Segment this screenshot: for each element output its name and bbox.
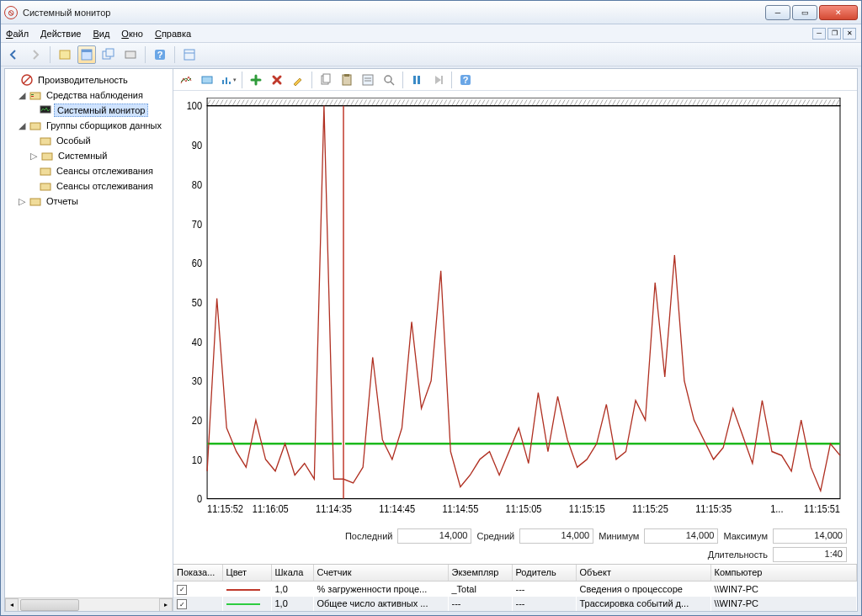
svg-line-163 <box>722 99 726 105</box>
add-counter-button[interactable] <box>247 71 265 89</box>
col-parent[interactable]: Родитель <box>512 565 576 581</box>
expand-icon[interactable]: ▷ <box>17 196 27 207</box>
tree-scrollbar-horizontal[interactable]: ◂ ▸ <box>5 597 173 611</box>
minimize-button[interactable]: ─ <box>765 5 790 20</box>
copy-button[interactable] <box>317 71 335 89</box>
svg-line-126 <box>566 99 569 105</box>
col-show[interactable]: Показа... <box>173 565 222 581</box>
svg-rect-30 <box>363 75 373 85</box>
menu-action[interactable]: Действие <box>40 29 81 39</box>
scroll-right-button[interactable]: ▸ <box>159 598 173 612</box>
tree-collectors[interactable]: ◢ Группы сборщиков данных <box>7 118 171 133</box>
expand-icon[interactable]: ▷ <box>29 151 39 162</box>
back-button[interactable] <box>4 45 23 64</box>
col-computer[interactable]: Компьютер <box>710 565 857 581</box>
svg-line-93 <box>427 99 430 105</box>
svg-line-81 <box>376 99 380 105</box>
mdi-close-button[interactable]: ✕ <box>843 28 856 40</box>
table-row[interactable]: ✓1,0% загруженности проце..._Total---Све… <box>173 581 857 597</box>
col-object[interactable]: Объект <box>576 565 710 581</box>
last-value: 14,000 <box>397 528 471 544</box>
col-counter[interactable]: Счетчик <box>313 565 448 581</box>
tree-trace2[interactable]: Сеансы отслеживания <box>7 178 171 194</box>
close-button[interactable]: ✕ <box>819 5 858 20</box>
tree-root[interactable]: Производительность <box>7 72 171 88</box>
show-checkbox[interactable]: ✓ <box>177 599 187 609</box>
menu-view[interactable]: Вид <box>93 29 109 39</box>
menu-help[interactable]: Справка <box>155 29 191 39</box>
svg-line-169 <box>748 99 751 105</box>
svg-line-101 <box>460 99 464 105</box>
table-row[interactable]: ✓1,0Общее число активных ...------Трасси… <box>173 597 857 612</box>
freeze-button[interactable] <box>407 71 426 89</box>
collapse-icon[interactable]: ◢ <box>17 90 27 101</box>
svg-rect-17 <box>40 138 51 145</box>
properties-button[interactable] <box>77 45 96 64</box>
menu-file[interactable]: Файл <box>6 29 29 39</box>
svg-rect-16 <box>30 123 40 130</box>
properties-button[interactable] <box>359 71 377 89</box>
tree-system[interactable]: ▷ Системный <box>7 148 171 163</box>
menubar: Файл Действие Вид Окно Справка ─ ❐ ✕ <box>1 24 861 43</box>
svg-line-167 <box>739 99 742 105</box>
svg-rect-29 <box>344 74 349 77</box>
svg-line-119 <box>536 99 540 105</box>
zoom-button[interactable] <box>380 71 398 89</box>
svg-line-145 <box>646 99 649 105</box>
tree-tools[interactable]: ◢ Средства наблюдения <box>7 88 171 103</box>
svg-line-161 <box>714 99 717 105</box>
svg-line-140 <box>625 99 628 105</box>
maximize-button[interactable]: ▭ <box>792 5 817 20</box>
svg-line-183 <box>806 99 810 105</box>
svg-line-79 <box>368 99 371 105</box>
svg-rect-21 <box>30 199 40 205</box>
cell-scale: 1,0 <box>271 581 313 597</box>
svg-line-62 <box>295 99 299 105</box>
show-checkbox[interactable]: ✓ <box>177 585 187 595</box>
col-color[interactable]: Цвет <box>222 565 271 581</box>
col-scale[interactable]: Шкала <box>271 565 313 581</box>
svg-line-53 <box>258 99 261 105</box>
min-label: Минимум <box>599 531 639 541</box>
svg-line-142 <box>633 99 636 105</box>
chart-area[interactable]: 010203040506070809010011:15:5211:16:0511… <box>173 91 857 527</box>
svg-line-118 <box>532 99 535 105</box>
scroll-thumb[interactable] <box>20 599 79 611</box>
view-graph-button[interactable] <box>198 71 216 89</box>
tree-trace1[interactable]: Сеансы отслеживания <box>7 163 171 178</box>
show-hide-tree-button[interactable] <box>56 45 74 64</box>
tree-reports[interactable]: ▷ Отчеты <box>7 194 171 209</box>
tree-system-monitor[interactable]: Системный монитор <box>7 103 171 118</box>
update-button[interactable] <box>428 71 447 89</box>
svg-rect-14 <box>31 96 34 97</box>
help-chart-button[interactable]: ? <box>456 71 475 89</box>
cell-computer: \\WIN7-PC <box>710 581 857 597</box>
mdi-restore-button[interactable]: ❐ <box>827 28 841 40</box>
forward-button[interactable] <box>26 45 45 64</box>
svg-line-108 <box>490 99 493 105</box>
svg-line-134 <box>599 99 603 105</box>
collapse-icon[interactable]: ◢ <box>17 120 27 131</box>
new-window-button[interactable] <box>99 45 118 64</box>
remove-counter-button[interactable] <box>268 71 286 89</box>
titlebar[interactable]: ⦸ Системный монитор ─ ▭ ✕ <box>1 1 861 24</box>
export-button[interactable] <box>121 45 140 64</box>
highlight-button[interactable] <box>289 71 307 89</box>
table-header-row[interactable]: Показа... Цвет Шкала Счетчик Экземпляр Р… <box>173 565 857 581</box>
svg-line-100 <box>456 99 460 105</box>
svg-line-74 <box>346 99 349 105</box>
view-current-button[interactable] <box>177 71 195 89</box>
mdi-minimize-button[interactable]: ─ <box>812 28 826 40</box>
menu-window[interactable]: Окно <box>121 29 143 39</box>
paste-button[interactable] <box>338 71 356 89</box>
help-button[interactable]: ? <box>151 45 169 64</box>
svg-rect-2 <box>82 50 92 52</box>
svg-text:1...: 1... <box>770 503 783 516</box>
view-button[interactable] <box>180 45 199 64</box>
tree-custom[interactable]: Особый <box>7 133 171 148</box>
view-type-button[interactable]: ▾ <box>219 71 237 89</box>
svg-line-41 <box>207 99 210 105</box>
svg-line-184 <box>811 99 814 105</box>
scroll-left-button[interactable]: ◂ <box>5 598 19 612</box>
col-instance[interactable]: Экземпляр <box>448 565 512 581</box>
